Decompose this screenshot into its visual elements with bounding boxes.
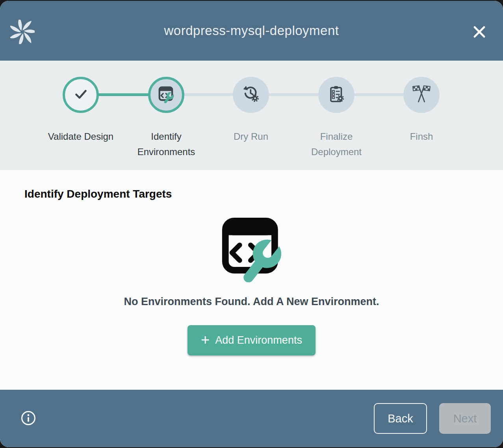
step-circle-done: [63, 77, 99, 113]
pinwheel-logo-icon: [10, 20, 35, 44]
check-icon: [71, 84, 91, 106]
step-finish[interactable]: Finsh: [379, 77, 464, 144]
step-dry-run[interactable]: Dry Run: [208, 77, 293, 144]
step-circle-pending: [403, 77, 440, 113]
modal-title: wordpress-mysql-deployment: [164, 23, 339, 38]
step-label: Identify Environments: [132, 129, 200, 159]
next-button[interactable]: Next: [439, 403, 491, 434]
modal-footer: Back Next: [0, 390, 503, 447]
step-label: Validate Design: [47, 129, 115, 144]
close-icon: [471, 24, 487, 41]
step-circle-pending: [318, 77, 355, 113]
code-window-wrench-icon: [24, 212, 479, 284]
empty-state: No Environments Found. Add A New Environ…: [24, 212, 479, 355]
step-label: Finalize Deployment: [303, 129, 370, 159]
step-label: Finsh: [388, 129, 455, 144]
add-environments-label: Add Environments: [215, 334, 302, 346]
content-heading: Identify Deployment Targets: [24, 188, 479, 200]
step-validate-design[interactable]: Validate Design: [38, 77, 123, 144]
info-icon: [20, 410, 36, 427]
wizard-stepper: Validate Design: [0, 61, 503, 170]
deployment-wizard-modal: wordpress-mysql-deployment Validate Desi…: [0, 1, 503, 447]
dry-run-icon: [241, 84, 261, 106]
step-identify-environments[interactable]: Identify Environments: [124, 77, 209, 159]
step-circle-pending: [233, 77, 269, 113]
modal-header: wordpress-mysql-deployment: [0, 1, 503, 61]
add-environments-button[interactable]: + Add Environments: [187, 325, 316, 355]
empty-message: No Environments Found. Add A New Environ…: [24, 296, 479, 308]
close-button[interactable]: [471, 24, 488, 41]
plus-icon: +: [201, 332, 210, 347]
back-button[interactable]: Back: [374, 403, 427, 434]
code-wrench-icon: [157, 85, 175, 105]
step-circle-active: [148, 77, 184, 113]
clipboard-gear-icon: [327, 84, 346, 106]
step-label: Dry Run: [217, 129, 285, 144]
info-button[interactable]: [20, 410, 36, 427]
step-finalize-deployment[interactable]: Finalize Deployment: [294, 77, 379, 159]
finish-flags-icon: [411, 83, 432, 106]
step-content-panel: Identify Deployment Targets No Environme…: [0, 170, 503, 390]
